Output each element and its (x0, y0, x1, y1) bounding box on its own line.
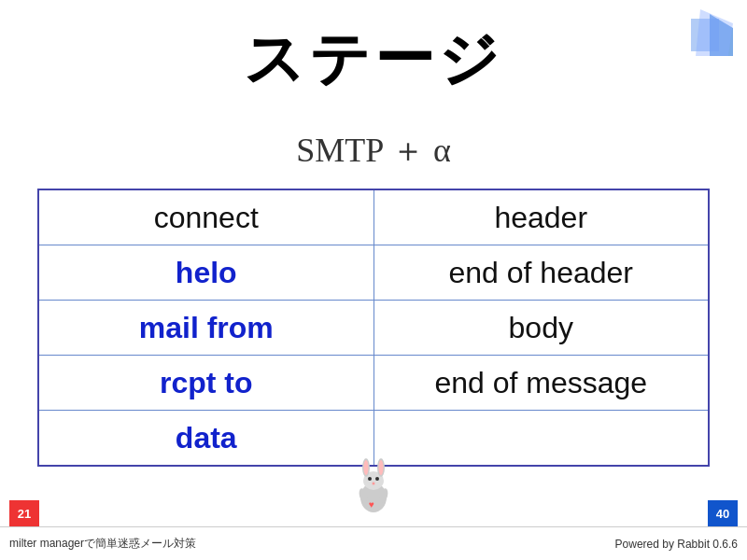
svg-point-6 (364, 460, 369, 475)
footer-bar: milter managerで簡単迷惑メール対策 Powered by Rabb… (0, 526, 747, 560)
subtitle: SMTP ＋ α (296, 128, 451, 174)
cell-end-of-message: end of message (374, 356, 709, 410)
page-title: ステージ (244, 19, 503, 100)
svg-text:♥: ♥ (369, 499, 374, 510)
cell-end-of-header: end of header (374, 245, 709, 300)
cell-connect: connect (39, 190, 374, 245)
table-row: rcpt to end of message (39, 356, 708, 411)
slide: ステージ SMTP ＋ α connect header helo end of… (0, 0, 747, 560)
footer-right-text: Powered by Rabbit 0.6.6 (615, 538, 738, 551)
svg-marker-2 (696, 9, 733, 56)
cell-body: body (374, 301, 709, 355)
svg-point-9 (368, 477, 372, 481)
svg-point-8 (379, 460, 384, 475)
svg-point-10 (375, 477, 379, 481)
table-row: mail from body (39, 301, 708, 356)
cell-data: data (39, 411, 374, 465)
cell-header: header (374, 190, 709, 245)
footer-left-text: milter managerで簡単迷惑メール対策 (9, 536, 196, 552)
mascot-icon: ♥ (350, 458, 397, 523)
corner-decoration (682, 9, 738, 61)
page-number-right: 40 (708, 500, 738, 526)
stages-table: connect header helo end of header mail f… (37, 189, 710, 467)
table-row: connect header (39, 190, 708, 245)
table-row: helo end of header (39, 245, 708, 301)
table-row: data (39, 411, 708, 465)
cell-helo: helo (39, 245, 374, 300)
page-number-left: 21 (9, 500, 39, 526)
cell-empty (374, 411, 709, 465)
cell-mail-from: mail from (39, 301, 374, 355)
cell-rcpt-to: rcpt to (39, 356, 374, 410)
svg-point-11 (373, 483, 375, 485)
